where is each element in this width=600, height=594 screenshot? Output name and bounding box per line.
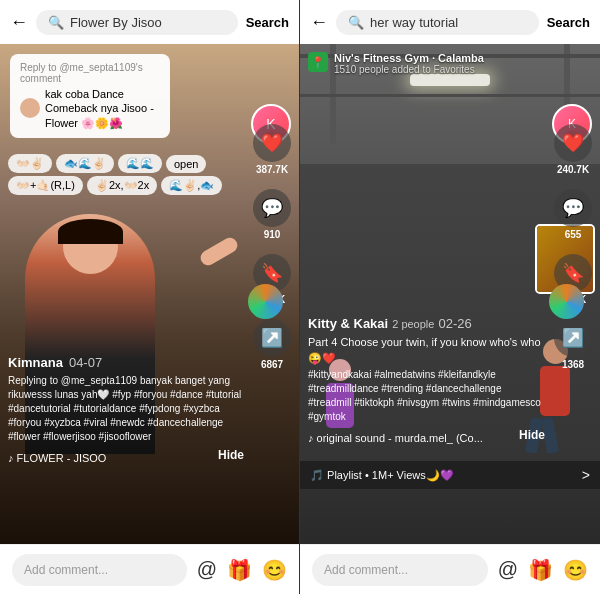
left-search-query: Flower By Jisoo: [70, 15, 162, 30]
left-bottom-bar: Add comment... @ 🎁 😊: [0, 544, 299, 594]
left-panel: ← 🔍 Flower By Jisoo Search Reply to @me_…: [0, 0, 300, 594]
right-share-count: 1368: [562, 359, 584, 370]
left-comment-avatar: [20, 98, 40, 118]
right-emoji-icon[interactable]: 😊: [563, 558, 588, 582]
left-caption-username: Kimnana: [8, 355, 63, 370]
left-emoji-chip-2[interactable]: 🐟🌊✌🏻: [56, 154, 114, 173]
right-location-icon: 📍: [308, 52, 328, 72]
right-header: ← 🔍 her way tutorial Search: [300, 0, 600, 44]
right-beam-h2: [300, 94, 600, 97]
left-share-button[interactable]: ↗️ 6867: [253, 319, 291, 370]
left-video-area[interactable]: Reply to @me_septa1109's comment kak cob…: [0, 44, 299, 544]
left-person-hair: [58, 219, 123, 244]
left-at-icon[interactable]: @: [197, 558, 217, 581]
left-caption-header: Kimnana 04-07: [8, 355, 244, 370]
right-at-icon[interactable]: @: [498, 558, 518, 581]
right-location-bar: 📍 Niv's Fitness Gym · Calamba 1510 peopl…: [308, 52, 545, 75]
left-caption-footer: ♪ FLOWER - JISOO Hide: [8, 448, 244, 464]
right-location-name: Niv's Fitness Gym · Calamba: [334, 52, 484, 64]
left-gift-icon[interactable]: 🎁: [227, 558, 252, 582]
left-comment-bubble: Reply to @me_septa1109's comment kak cob…: [10, 54, 170, 138]
right-music-label: ♪ original sound - murda.mel_ (Co...: [308, 432, 483, 444]
left-header: ← 🔍 Flower By Jisoo Search: [0, 0, 299, 44]
left-comment-icon: 💬: [253, 189, 291, 227]
left-action-bar: ❤️ 387.7K 💬 910 🔖 50.4K ↗️ 6867: [253, 124, 291, 384]
left-caption: Kimnana 04-07 Replying to @me_septa1109 …: [8, 355, 244, 464]
right-caption-people: 2 people: [392, 318, 434, 330]
right-video-bg: 📍 Niv's Fitness Gym · Calamba 1510 peopl…: [300, 44, 600, 544]
left-like-count: 387.7K: [256, 164, 288, 175]
left-emoji-chip-3[interactable]: 🌊🌊: [118, 154, 162, 173]
left-caption-date: 04-07: [69, 355, 102, 370]
left-emoji-chip-1[interactable]: 👐🏻✌🏻: [8, 154, 52, 173]
left-emoji-row-1: 👐🏻✌🏻 🐟🌊✌🏻 🌊🌊 open: [8, 154, 291, 173]
left-search-button[interactable]: Search: [246, 15, 289, 30]
left-comment-input[interactable]: Add comment...: [12, 554, 187, 586]
left-emoji-chip-6[interactable]: 🌊✌🏻,🐟: [161, 176, 222, 195]
left-emoji-icon[interactable]: 😊: [262, 558, 287, 582]
right-caption-header: Kitty & Kakai 2 people 02-26: [308, 316, 545, 331]
right-like-count: 240.7K: [557, 164, 589, 175]
right-comment-count: 655: [565, 229, 582, 240]
right-caption-footer: ♪ original sound - murda.mel_ (Co... Hid…: [308, 428, 545, 444]
left-person-arm: [198, 235, 240, 268]
right-search-bar[interactable]: 🔍 her way tutorial: [336, 10, 539, 35]
left-video-bg: Reply to @me_septa1109's comment kak cob…: [0, 44, 299, 544]
left-emoji-chip-4[interactable]: 👐🏻+🤙🏻(R,L): [8, 176, 83, 195]
right-hide-button[interactable]: Hide: [519, 428, 545, 444]
right-caption: Kitty & Kakai 2 people 02-26 Part 4 Choo…: [308, 316, 545, 444]
right-video-area[interactable]: 📍 Niv's Fitness Gym · Calamba 1510 peopl…: [300, 44, 600, 544]
right-caption-date: 02-26: [438, 316, 471, 331]
right-share-icon: ↗️: [554, 319, 592, 357]
left-comment-reply: Reply to @me_septa1109's comment: [20, 62, 160, 84]
left-caption-text: Replying to @me_septa1109 banyak banget …: [8, 374, 244, 444]
right-share-button[interactable]: ↗️ 1368: [554, 319, 592, 370]
right-bottom-bar: Add comment... @ 🎁 😊: [300, 544, 600, 594]
right-location-sub: 1510 people added to Favorites: [334, 64, 484, 75]
left-heart-icon: ❤️: [253, 124, 291, 162]
left-comment-text: kak coba Dance Comeback nya Jisoo - Flow…: [45, 87, 160, 130]
left-emoji-row-2: 👐🏻+🤙🏻(R,L) ✌🏻2x,👐🏻2x 🌊✌🏻,🐟: [8, 176, 291, 195]
left-back-button[interactable]: ←: [10, 12, 28, 33]
right-search-button[interactable]: Search: [547, 15, 590, 30]
right-heart-icon: ❤️: [554, 124, 592, 162]
left-search-icon: 🔍: [48, 15, 64, 30]
right-like-button[interactable]: ❤️ 240.7K: [554, 124, 592, 175]
left-hide-button[interactable]: Hide: [218, 448, 244, 464]
left-share-count: 6867: [261, 359, 283, 370]
left-comment-count: 910: [264, 229, 281, 240]
right-caption-part: Part 4 Choose your twin, if you know who…: [308, 335, 545, 366]
right-disc-icon: [549, 284, 584, 319]
right-playlist-bar[interactable]: 🎵 Playlist • 1M+ Views🌙💜 >: [300, 461, 600, 489]
right-location-info: Niv's Fitness Gym · Calamba 1510 people …: [334, 52, 484, 75]
right-caption-tags: #kittyandkakai #almedatwins #kleifandkyl…: [308, 368, 545, 424]
left-emoji-chip-5[interactable]: ✌🏻2x,👐🏻2x: [87, 176, 157, 195]
right-search-query: her way tutorial: [370, 15, 458, 30]
right-ceiling-light: [410, 74, 490, 86]
left-search-bar[interactable]: 🔍 Flower By Jisoo: [36, 10, 238, 35]
left-person-head: [63, 219, 118, 274]
left-emoji-chip-open[interactable]: open: [166, 155, 206, 173]
right-playlist-label: 🎵 Playlist • 1M+ Views🌙💜: [310, 469, 454, 482]
right-caption-username: Kitty & Kakai: [308, 316, 388, 331]
left-share-icon: ↗️: [253, 319, 291, 357]
left-comment-user-row: kak coba Dance Comeback nya Jisoo - Flow…: [20, 87, 160, 130]
left-like-button[interactable]: ❤️ 387.7K: [253, 124, 291, 175]
right-comment-button[interactable]: 💬 655: [554, 189, 592, 240]
right-comment-input[interactable]: Add comment...: [312, 554, 488, 586]
right-back-button[interactable]: ←: [310, 12, 328, 33]
right-search-icon: 🔍: [348, 15, 364, 30]
right-gift-icon[interactable]: 🎁: [528, 558, 553, 582]
right-comment-placeholder: Add comment...: [324, 563, 408, 577]
right-playlist-chevron: >: [582, 467, 590, 483]
left-music-label: ♪ FLOWER - JISOO: [8, 452, 106, 464]
right-comment-icon: 💬: [554, 189, 592, 227]
right-action-bar: ❤️ 240.7K 💬 655 🔖 12.6K ↗️ 1368: [554, 124, 592, 384]
right-panel: ← 🔍 her way tutorial Search: [300, 0, 600, 594]
left-comment-button[interactable]: 💬 910: [253, 189, 291, 240]
left-comment-placeholder: Add comment...: [24, 563, 108, 577]
left-disc-icon: [248, 284, 283, 319]
